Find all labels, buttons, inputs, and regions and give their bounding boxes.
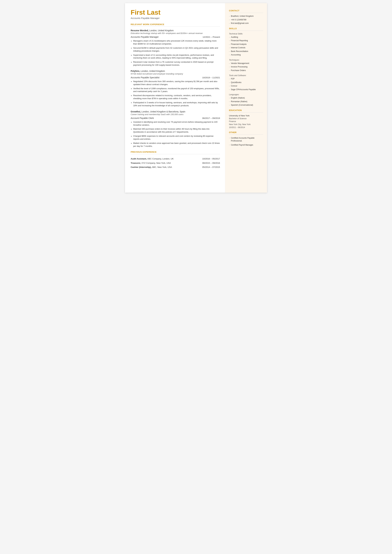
right-column: CONTACT Bradford, United Kingdom +44 0 1…: [225, 3, 267, 193]
technique-3: Purchase Orders: [229, 69, 263, 72]
job-dates-2: 10/2019 – 11/2021: [202, 76, 220, 79]
tech-skill-2: Financial Reporting: [229, 39, 263, 42]
skills-heading: SKILLS: [229, 27, 263, 30]
employer-3-desc: Career training and membership SaaS with…: [131, 113, 220, 116]
employer-3-line: Growthsi, London, United Kingdom & Barce…: [131, 110, 220, 113]
edu-dates: 10/2011 - 06/2014: [229, 126, 263, 129]
relevant-work-heading: RELEVANT WORK EXPERIENCE: [131, 23, 220, 26]
employer-1-desc: Education technology startup with 50+ em…: [131, 32, 220, 35]
techniques-list: Vendor Management Invoice Processing Pur…: [229, 62, 263, 72]
prev-exp-title-3: Cashier (Internship), ABC, New York, USA: [131, 165, 194, 169]
bullet-list-2: Negotiated 15% discounts from 300 vendor…: [131, 80, 220, 107]
bullet-3-2: Matched 340 purchase orders to their inv…: [131, 128, 220, 134]
other-list: Certified Accounts Payable Professional.…: [229, 136, 263, 146]
bullet-2-4: Participated in 3 weeks of in-house trai…: [131, 101, 220, 107]
bullet-list-3: Assisted in identifying and resolving ov…: [131, 121, 220, 148]
tool-4: Sage CPAAccounts Payable: [229, 88, 263, 91]
edu-block: University of New York Bachelor of Scien…: [229, 114, 263, 129]
contact-item-3: first.last@gmail.com: [229, 22, 263, 25]
employer-2-location: London, United Kingdom: [141, 70, 165, 72]
tool-1: P2P: [229, 78, 263, 80]
languages-label: Languages:: [229, 93, 263, 96]
job-title-2: Accounts Payable Specialist: [131, 76, 159, 79]
employer-1-name: Resume Worded,: [131, 29, 149, 32]
bullet-2-2: Verified the level of 1099 compliance, m…: [131, 87, 220, 93]
language-1: English (Native): [229, 97, 263, 99]
technical-label: Technical Skills:: [229, 33, 263, 35]
bullet-3-1: Assisted in identifying and resolving ov…: [131, 121, 220, 127]
contact-item-2: +44 0 123456789: [229, 18, 263, 21]
left-column: First Last Accounts Payable Manager RELE…: [125, 3, 225, 193]
edu-location: New York City, New York: [229, 123, 263, 126]
employer-2-line: Polyhire, London, United Kingdom: [131, 70, 220, 72]
employer-2-desc: NYSE-listed recruitment and employer bra…: [131, 73, 220, 75]
technique-2: Invoice Processing: [229, 65, 263, 68]
job-header-1: Accounts Payable Manager 12/2021 – Prese…: [131, 36, 220, 38]
candidate-name: First Last: [131, 9, 220, 16]
bullet-1-4: Received 4-star reviews from a 7K custom…: [131, 61, 220, 67]
other-item-1: Certified Accounts Payable Professional.: [229, 136, 263, 142]
language-2: Romanian (Native): [229, 100, 263, 103]
contact-list: Bradford, United Kingdom +44 0 123456789…: [229, 15, 263, 25]
job-title-1: Accounts Payable Manager: [131, 36, 159, 38]
prev-exp-title-2: Treasurer, XYZ Company, New York, USA: [131, 161, 194, 165]
employer-1-line: Resume Worded, London, United Kingdom: [131, 29, 220, 32]
job-dates-1: 12/2021 – Present: [203, 36, 220, 38]
candidate-title: Accounts Payable Manager: [131, 17, 220, 19]
divider-education: [229, 112, 263, 113]
resume-container: First Last Accounts Payable Manager RELE…: [125, 3, 267, 193]
bullet-1-3: Supervised a team of 11 accounting clerk…: [131, 54, 220, 60]
job-header-3: Account Payable Clerk 06/2017 – 09/2019: [131, 117, 220, 119]
employer-2-name: Polyhire,: [131, 70, 140, 72]
tool-3: Concur: [229, 85, 263, 87]
employer-block-3: Growthsi, London, United Kingdom & Barce…: [131, 110, 220, 148]
bullet-2-3: Resolved discrepancies related to invoic…: [131, 94, 220, 100]
employer-block-1: Resume Worded, London, United Kingdom Ed…: [131, 29, 220, 67]
employer-block-2: Polyhire, London, United Kingdom NYSE-li…: [131, 70, 220, 107]
tech-skill-4: Internal Controls: [229, 46, 263, 49]
techniques-label: Techniques:: [229, 59, 263, 61]
edu-school: University of New York: [229, 114, 263, 117]
prev-exp-dates-3: 05/2014 – 07/2015: [194, 165, 220, 169]
bullet-3-3: Charged $95K expenses to relevant accoun…: [131, 135, 220, 141]
bullet-list-1: Managed a team of 21 bookkeepers who pro…: [131, 39, 220, 67]
divider-contact: [229, 13, 263, 13]
tools-label: Tools and Software:: [229, 74, 263, 77]
prev-exp-dates-2: 08/2015 – 09/2016: [194, 161, 220, 165]
other-item-2: Certified Payroll Manager.: [229, 143, 263, 146]
employer-3-name: Growthsi,: [131, 110, 141, 113]
technical-skills-list: Auditing Financial Reporting Financial A…: [229, 36, 263, 56]
previous-exp-table: Audit Assistant, ABC Company, London, UK…: [131, 157, 220, 169]
bullet-3-4: Mailed checks to vendors once approval h…: [131, 142, 220, 148]
divider-other: [229, 135, 263, 135]
bullet-1-2: Secured $10M in default payments from 42…: [131, 47, 220, 53]
edu-degree: Bachelor of Science: [229, 117, 263, 120]
job-header-2: Accounts Payable Specialist 10/2019 – 11…: [131, 76, 220, 79]
prev-exp-dates-1: 10/2016 – 05/2017: [194, 157, 220, 161]
edu-field: Finance: [229, 120, 263, 123]
languages-list: English (Native) Romanian (Native) Spani…: [229, 97, 263, 107]
contact-heading: CONTACT: [229, 9, 263, 12]
prev-exp-title-1: Audit Assistant, ABC Company, London, UK: [131, 157, 194, 161]
prev-exp-row-1: Audit Assistant, ABC Company, London, UK…: [131, 157, 220, 161]
tech-skill-3: Financial Analysis: [229, 43, 263, 46]
contact-item-1: Bradford, United Kingdom: [229, 15, 263, 18]
technique-1: Vendor Management: [229, 62, 263, 65]
prev-exp-row-2: Treasurer, XYZ Company, New York, USA 08…: [131, 161, 220, 165]
employer-1-location: London, United Kingdom: [149, 29, 174, 32]
tech-skill-1: Auditing: [229, 36, 263, 39]
prev-exp-row-3: Cashier (Internship), ABC, New York, USA…: [131, 165, 220, 169]
divider-previous-exp: [131, 154, 220, 154]
language-3: Spanish (Conversational): [229, 104, 263, 107]
education-heading: EDUCATION: [229, 109, 263, 112]
job-title-3: Account Payable Clerk: [131, 117, 154, 119]
tech-skill-6: Accounting: [229, 54, 263, 56]
tool-2: QuickBooks: [229, 81, 263, 84]
tech-skill-5: Bank Reconciliation: [229, 50, 263, 53]
bullet-2-1: Negotiated 15% discounts from 300 vendor…: [131, 80, 220, 86]
tools-list: P2P QuickBooks Concur Sage CPAAccounts P…: [229, 78, 263, 91]
job-dates-3: 06/2017 – 09/2019: [202, 117, 220, 119]
previous-exp-heading: PREVIOUS EXPERIENCE: [131, 151, 220, 153]
other-heading: OTHER: [229, 131, 263, 134]
employer-3-location: London, United Kingdom & Barcelona, Spai…: [141, 110, 185, 113]
